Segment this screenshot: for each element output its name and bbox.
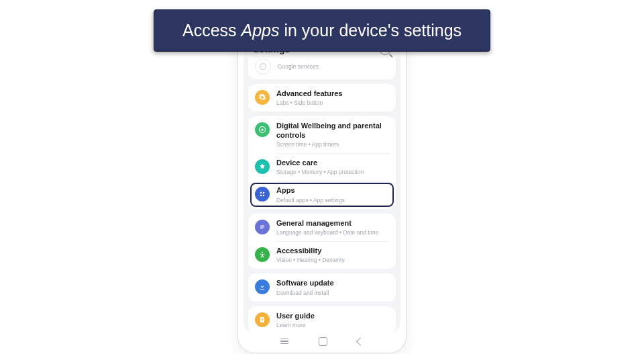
settings-row-device-care[interactable]: Device careStorage • Memory • App protec… — [248, 153, 396, 181]
accessibility-icon — [255, 247, 270, 262]
svg-rect-12 — [261, 318, 264, 318]
settings-row-label: User guide — [276, 312, 389, 320]
settings-row-sub: Google services — [278, 63, 389, 70]
settings-row-label: General management — [276, 219, 389, 228]
settings-group: Digital Wellbeing and parental controlsS… — [248, 116, 396, 208]
settings-row-label: Apps — [276, 186, 389, 195]
banner-emph: Apps — [241, 21, 279, 40]
nav-recent-icon[interactable] — [280, 339, 288, 345]
settings-row-label: Software update — [276, 279, 389, 287]
svg-rect-11 — [260, 317, 264, 322]
nav-home-icon[interactable] — [319, 337, 327, 346]
phone-screen: Settings Google services Advanced featur… — [244, 39, 400, 333]
svg-rect-13 — [261, 319, 264, 320]
guide-icon — [255, 312, 270, 327]
svg-point-6 — [263, 195, 265, 197]
general-icon — [255, 220, 270, 234]
settings-row-google[interactable]: Google services — [248, 58, 396, 79]
settings-row-sub: Screen time • App timers — [276, 141, 389, 148]
instruction-banner: Access Apps in your device's settings — [154, 9, 490, 52]
wellbeing-icon — [255, 122, 270, 137]
settings-row-accessibility[interactable]: AccessibilityVision • Hearing • Dexterit… — [248, 241, 396, 269]
svg-point-2 — [262, 129, 264, 131]
gear-icon — [255, 90, 270, 105]
settings-row-label: Accessibility — [276, 247, 389, 255]
settings-row-sub: Labs • Side button — [276, 99, 389, 106]
settings-row-general-management[interactable]: General managementLanguage and keyboard … — [248, 214, 396, 241]
settings-row-label: Digital Wellbeing and parental controls — [276, 122, 389, 139]
svg-point-0 — [260, 64, 266, 70]
nav-back-icon[interactable] — [356, 337, 365, 346]
settings-row-user-guide[interactable]: User guideLearn more — [248, 306, 396, 333]
svg-point-10 — [262, 252, 263, 253]
settings-row-digital-wellbeing-and-parental-controls[interactable]: Digital Wellbeing and parental controlsS… — [248, 116, 396, 153]
care-icon — [255, 159, 270, 174]
settings-row-sub: Language and keyboard • Date and time — [276, 229, 389, 236]
settings-row-sub: Learn more — [276, 322, 389, 328]
settings-row-sub: Download and install — [276, 290, 389, 296]
settings-row-sub: Default apps • App settings — [276, 197, 389, 204]
settings-row-label: Device care — [276, 159, 389, 167]
svg-point-5 — [260, 195, 262, 197]
banner-prefix: Access — [182, 21, 241, 40]
svg-rect-8 — [260, 226, 264, 227]
settings-row-advanced-features[interactable]: Advanced featuresLabs • Side button — [248, 84, 396, 112]
svg-rect-9 — [260, 228, 263, 228]
svg-point-4 — [263, 192, 265, 194]
svg-point-3 — [260, 192, 262, 194]
svg-rect-14 — [261, 320, 263, 320]
settings-row-label: Advanced features — [276, 89, 389, 98]
settings-group: Advanced featuresLabs • Side button — [248, 84, 396, 112]
apps-icon — [255, 187, 270, 202]
svg-rect-7 — [260, 225, 264, 226]
phone-frame: Settings Google services Advanced featur… — [238, 34, 406, 353]
settings-group: Software updateDownload and install — [248, 273, 396, 301]
settings-row-sub: Vision • Hearing • Dexterity — [276, 257, 389, 263]
android-navbar — [238, 335, 406, 347]
update-icon — [255, 279, 270, 294]
google-icon — [255, 58, 271, 75]
settings-row-sub: Storage • Memory • App protection — [276, 169, 389, 175]
banner-suffix: in your device's settings — [279, 21, 462, 40]
settings-group: General managementLanguage and keyboard … — [248, 214, 396, 269]
settings-row-software-update[interactable]: Software updateDownload and install — [248, 273, 396, 301]
settings-group: User guideLearn more — [248, 306, 396, 333]
settings-row-apps[interactable]: AppsDefault apps • App settings — [248, 181, 396, 208]
